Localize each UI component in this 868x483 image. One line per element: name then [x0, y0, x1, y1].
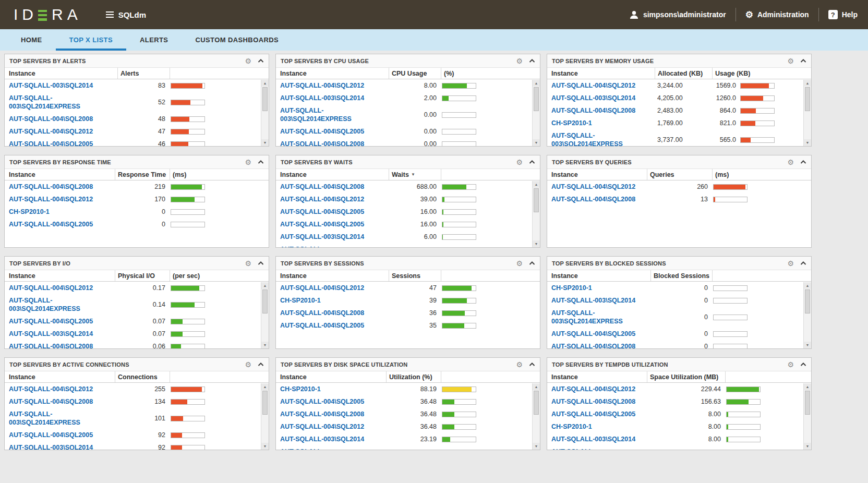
instance-link[interactable]: AUT-SQLALL-004\SQL2008 [547, 342, 650, 348]
scroll-thumb[interactable] [534, 391, 539, 415]
instance-link[interactable]: AUT-SQLALL-004\SQL2008 [276, 183, 389, 191]
column-header-value[interactable]: Alerts [117, 68, 170, 79]
scroll-track[interactable] [261, 415, 269, 443]
panel-collapse-icon[interactable] [258, 59, 264, 63]
instance-link[interactable]: AUT-SQLALL-004\SQL2005 [276, 127, 389, 136]
column-header-value[interactable]: Space Utilization (MB) [647, 371, 725, 382]
column-header-instance[interactable]: Instance [547, 371, 647, 382]
instance-link[interactable]: AUT-SQLALL-004\SQL2012 [276, 422, 386, 431]
panel-settings-gear-icon[interactable]: ⚙ [787, 260, 794, 267]
scroll-down-icon[interactable]: ▼ [804, 443, 811, 450]
help-button[interactable]: ? Help [828, 10, 858, 19]
scroll-down-icon[interactable]: ▼ [804, 342, 811, 348]
column-header-instance[interactable]: Instance [547, 169, 647, 180]
scroll-thumb[interactable] [805, 87, 810, 111]
column-header-bar[interactable]: (ms) [712, 169, 811, 180]
panel-settings-gear-icon[interactable]: ⚙ [516, 260, 523, 267]
scroll-thumb[interactable] [805, 391, 810, 415]
instance-link[interactable]: AUT-SQLALL-004\SQL2012 [276, 81, 389, 90]
instance-link[interactable]: AUT-SQLALL-003\SQL2014EXPRESS [547, 309, 650, 325]
panel-settings-gear-icon[interactable]: ⚙ [787, 159, 794, 166]
tab-alerts[interactable]: ALERTS [126, 29, 182, 51]
column-header-value[interactable]: Utilization (%) [386, 371, 441, 382]
panel-collapse-icon[interactable] [800, 160, 806, 164]
instance-link[interactable]: AUT-SQLALL-004\SQL2012 [547, 81, 655, 90]
scroll-down-icon[interactable]: ▼ [261, 443, 269, 450]
instance-link[interactable]: AUT-SQLALL-004\SQL2008 [547, 106, 655, 115]
column-header-instance[interactable]: Instance [276, 270, 389, 281]
column-header-value[interactable]: CPU Usage [389, 68, 441, 79]
panel-collapse-icon[interactable] [529, 363, 535, 367]
instance-link[interactable]: AUT-SQLALL-004\SQL2012 [547, 183, 647, 191]
scroll-track[interactable] [533, 212, 540, 240]
panel-collapse-icon[interactable] [800, 59, 806, 63]
tab-top-x-lists[interactable]: TOP X LISTS [56, 29, 126, 51]
instance-link[interactable]: AUT-SQLALL-003\SQL2014 [547, 296, 650, 305]
column-header-bar[interactable] [170, 68, 269, 79]
vertical-scrollbar[interactable]: ▲ ▼ [803, 383, 811, 450]
instance-link[interactable]: AUT-SQLALL-003\SQL2014EXPRESS [547, 448, 647, 450]
panel-collapse-icon[interactable] [800, 261, 806, 265]
scroll-thumb[interactable] [262, 391, 268, 415]
scroll-down-icon[interactable]: ▼ [261, 139, 269, 146]
instance-link[interactable]: AUT-SQLALL-003\SQL2014EXPRESS [547, 131, 655, 146]
scroll-down-icon[interactable]: ▼ [804, 139, 811, 146]
scroll-down-icon[interactable]: ▼ [533, 443, 540, 450]
instance-link[interactable]: CH-SP2010-1 [276, 296, 389, 305]
vertical-scrollbar[interactable]: ▲ ▼ [532, 80, 540, 146]
panel-collapse-icon[interactable] [800, 363, 806, 367]
instance-link[interactable]: AUT-SQLALL-004\SQL2012 [276, 284, 389, 292]
column-header-instance[interactable]: Instance [5, 270, 115, 281]
user-menu[interactable]: simpsons\administrator [629, 10, 726, 20]
vertical-scrollbar[interactable]: ▲ ▼ [532, 383, 540, 450]
instance-link[interactable]: AUT-SQLALL-004\SQL2005 [276, 397, 386, 406]
panel-settings-gear-icon[interactable]: ⚙ [245, 159, 251, 166]
column-header-instance[interactable]: Instance [5, 371, 115, 382]
instance-link[interactable]: AUT-SQLALL-004\SQL2012 [547, 385, 647, 393]
instance-link[interactable]: AUT-SQLALL-004\SQL2008 [547, 397, 647, 406]
scroll-track[interactable] [533, 111, 540, 139]
column-header-value[interactable]: Blocked Sessions [650, 270, 712, 281]
administration-button[interactable]: ⚙ Administration [745, 10, 809, 19]
instance-link[interactable]: AUT-SQLALL-003\SQL2014 [5, 443, 115, 450]
scroll-track[interactable] [261, 313, 269, 342]
instance-link[interactable]: AUT-SQLALL-004\SQL2012 [5, 385, 115, 393]
instance-link[interactable]: AUT-SQLALL-004\SQL2005 [5, 431, 115, 439]
instance-link[interactable]: AUT-SQLALL-003\SQL2014 [276, 233, 389, 241]
vertical-scrollbar[interactable]: ▲ ▼ [803, 282, 811, 348]
instance-link[interactable]: AUT-SQLALL-003\SQL2014 [5, 330, 115, 338]
instance-link[interactable]: AUT-SQLALL-004\SQL2005 [5, 140, 117, 146]
instance-link[interactable]: AUT-SQLALL-004\SQL2008 [5, 183, 115, 191]
tab-home[interactable]: HOME [7, 29, 56, 51]
instance-link[interactable]: CH-SP2010-1 [547, 284, 650, 292]
instance-link[interactable]: AUT-SQLALL-004\SQL2005 [547, 330, 650, 338]
instance-link[interactable]: AUT-SQLALL-003\SQL2014EXPRESS [276, 448, 386, 450]
scroll-thumb[interactable] [262, 87, 268, 111]
column-header-value[interactable]: Waits▼ [389, 169, 441, 180]
column-header-bar[interactable]: (per sec) [170, 270, 269, 281]
instance-link[interactable]: AUT-SQLALL-003\SQL2014EXPRESS [276, 245, 389, 247]
column-header-instance[interactable]: Instance [276, 371, 386, 382]
tab-custom-dashboards[interactable]: CUSTOM DASHBOARDS [182, 29, 292, 51]
instance-link[interactable]: AUT-SQLALL-004\SQL2012 [5, 127, 117, 136]
scroll-up-icon[interactable]: ▲ [261, 383, 269, 390]
scroll-up-icon[interactable]: ▲ [261, 80, 269, 87]
instance-link[interactable]: AUT-SQLALL-003\SQL2014 [547, 94, 655, 102]
panel-settings-gear-icon[interactable]: ⚙ [245, 57, 251, 65]
panel-collapse-icon[interactable] [258, 261, 264, 265]
column-header-value[interactable]: Sessions [389, 270, 441, 281]
column-header-instance[interactable]: Instance [547, 270, 650, 281]
panel-settings-gear-icon[interactable]: ⚙ [787, 57, 794, 65]
column-header-bar[interactable]: Usage (KB) [712, 68, 811, 79]
instance-link[interactable]: AUT-SQLALL-004\SQL2008 [276, 410, 386, 418]
app-menu[interactable]: SQLdm [106, 10, 146, 19]
column-header-value[interactable]: Allocated (KB) [655, 68, 712, 79]
instance-link[interactable]: AUT-SQLALL-003\SQL2014 [547, 435, 647, 443]
instance-link[interactable]: AUT-SQLALL-004\SQL2008 [5, 342, 115, 348]
column-header-bar[interactable] [712, 270, 811, 281]
instance-link[interactable]: AUT-SQLALL-003\SQL2014EXPRESS [5, 94, 117, 111]
scroll-down-icon[interactable]: ▼ [533, 240, 540, 247]
instance-link[interactable]: AUT-SQLALL-004\SQL2005 [5, 220, 115, 228]
instance-link[interactable]: AUT-SQLALL-004\SQL2008 [276, 309, 389, 317]
panel-settings-gear-icon[interactable]: ⚙ [787, 361, 794, 368]
